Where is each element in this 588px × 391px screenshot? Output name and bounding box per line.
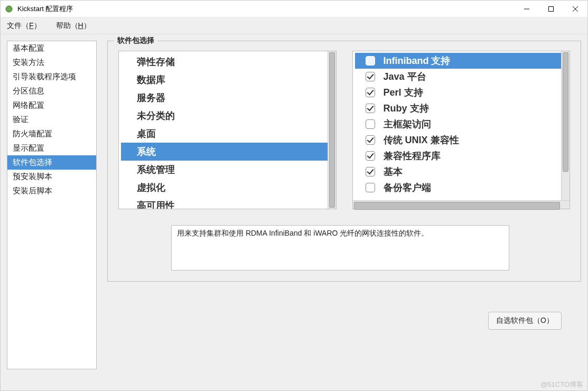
sidebar-item-firewall[interactable]: 防火墙配置 bbox=[7, 127, 96, 141]
package-item[interactable]: Infiniband 支持 bbox=[355, 53, 562, 69]
category-list-inner[interactable]: 弹性存储 数据库 服务器 未分类的 桌面 系统 系统管理 虚拟化 高可用性 bbox=[119, 51, 328, 209]
optional-packages-button[interactable]: 自选软件包（O） bbox=[488, 312, 562, 330]
sidebar-item-bootloader[interactable]: 引导装载程序选项 bbox=[7, 70, 96, 84]
category-item[interactable]: 高可用性 bbox=[121, 197, 328, 209]
package-scrollbar-v[interactable] bbox=[561, 51, 570, 200]
package-fieldset: 软件包选择 弹性存储 数据库 服务器 未分类的 桌面 系统 系统管理 虚拟化 bbox=[107, 41, 581, 282]
sidebar-item-packages[interactable]: 软件包选择 bbox=[7, 155, 96, 170]
checkbox-icon[interactable] bbox=[366, 88, 375, 97]
window-controls bbox=[515, 1, 587, 17]
titlebar: Kickstart 配置程序 bbox=[1, 1, 587, 17]
sidebar-item-postinstall[interactable]: 安装后脚本 bbox=[7, 184, 96, 198]
package-scrollbar-h[interactable] bbox=[353, 200, 570, 209]
sidebar-item-network[interactable]: 网络配置 bbox=[7, 98, 96, 113]
svg-rect-2 bbox=[549, 6, 554, 11]
sidebar-item-partition[interactable]: 分区信息 bbox=[7, 84, 96, 98]
checkbox-icon[interactable] bbox=[366, 104, 375, 113]
package-item[interactable]: Java 平台 bbox=[355, 69, 562, 85]
category-list: 弹性存储 数据库 服务器 未分类的 桌面 系统 系统管理 虚拟化 高可用性 bbox=[118, 51, 337, 209]
menu-help[interactable]: 帮助（H） bbox=[56, 21, 91, 31]
sidebar-item-basic[interactable]: 基本配置 bbox=[7, 41, 96, 55]
sidebar-item-auth[interactable]: 验证 bbox=[7, 113, 96, 127]
checkbox-icon[interactable] bbox=[366, 56, 375, 66]
package-list: Infiniband 支持 Java 平台 Perl 支持 Ruby 支持 主框… bbox=[352, 51, 571, 209]
checkbox-icon[interactable] bbox=[366, 135, 375, 145]
app-window: Kickstart 配置程序 文件（F） 帮助（H） 基本配置 安装方法 引导装… bbox=[0, 0, 588, 391]
scroll-thumb[interactable] bbox=[329, 52, 335, 208]
window-title: Kickstart 配置程序 bbox=[17, 4, 515, 14]
fieldset-title: 软件包选择 bbox=[114, 36, 157, 45]
sidebar-item-display[interactable]: 显示配置 bbox=[7, 141, 96, 155]
package-item[interactable]: Perl 支持 bbox=[355, 85, 562, 100]
checkbox-icon[interactable] bbox=[366, 119, 375, 129]
package-list-inner[interactable]: Infiniband 支持 Java 平台 Perl 支持 Ruby 支持 主框… bbox=[353, 51, 562, 200]
category-scrollbar[interactable] bbox=[328, 51, 336, 209]
menubar: 文件（F） 帮助（H） bbox=[1, 17, 587, 34]
category-item[interactable]: 未分类的 bbox=[121, 107, 328, 125]
checkbox-icon[interactable] bbox=[366, 151, 375, 161]
description-box: 用来支持集群和使用 RDMA InfiniBand 和 iWARO 光纤的网状连… bbox=[171, 225, 509, 271]
watermark: @51CTO博客 bbox=[540, 380, 583, 389]
category-item[interactable]: 弹性存储 bbox=[121, 53, 328, 71]
checkbox-icon[interactable] bbox=[366, 183, 375, 192]
menu-file[interactable]: 文件（F） bbox=[7, 21, 41, 31]
package-item[interactable]: Ruby 支持 bbox=[355, 100, 562, 116]
content-area: 基本配置 安装方法 引导装载程序选项 分区信息 网络配置 验证 防火墙配置 显示… bbox=[1, 34, 587, 390]
main-panel: 软件包选择 弹性存储 数据库 服务器 未分类的 桌面 系统 系统管理 虚拟化 bbox=[107, 41, 581, 369]
checkbox-icon[interactable] bbox=[366, 72, 375, 81]
category-item[interactable]: 系统 bbox=[121, 143, 328, 161]
minimize-button[interactable] bbox=[515, 1, 539, 17]
sidebar-item-install[interactable]: 安装方法 bbox=[7, 55, 96, 70]
scroll-thumb[interactable] bbox=[354, 202, 561, 210]
category-item[interactable]: 系统管理 bbox=[121, 161, 328, 179]
scroll-thumb[interactable] bbox=[563, 52, 568, 172]
package-item[interactable]: 基本 bbox=[355, 164, 562, 180]
lists-row: 弹性存储 数据库 服务器 未分类的 桌面 系统 系统管理 虚拟化 高可用性 bbox=[118, 51, 570, 209]
category-item[interactable]: 虚拟化 bbox=[121, 179, 328, 197]
package-item[interactable]: 主框架访问 bbox=[355, 116, 562, 132]
close-button[interactable] bbox=[563, 1, 587, 17]
package-item[interactable]: 兼容性程序库 bbox=[355, 148, 562, 164]
package-item[interactable]: 传统 UNIX 兼容性 bbox=[355, 132, 562, 148]
sidebar: 基本配置 安装方法 引导装载程序选项 分区信息 网络配置 验证 防火墙配置 显示… bbox=[7, 41, 97, 369]
sidebar-item-preinstall[interactable]: 预安装脚本 bbox=[7, 170, 96, 184]
package-item[interactable]: 备份客户端 bbox=[355, 180, 562, 196]
maximize-button[interactable] bbox=[539, 1, 563, 17]
checkbox-icon[interactable] bbox=[366, 167, 375, 176]
category-item[interactable]: 服务器 bbox=[121, 89, 328, 107]
category-item[interactable]: 桌面 bbox=[121, 125, 328, 143]
category-item[interactable]: 数据库 bbox=[121, 71, 328, 89]
svg-point-0 bbox=[6, 6, 12, 12]
app-icon bbox=[5, 5, 13, 13]
